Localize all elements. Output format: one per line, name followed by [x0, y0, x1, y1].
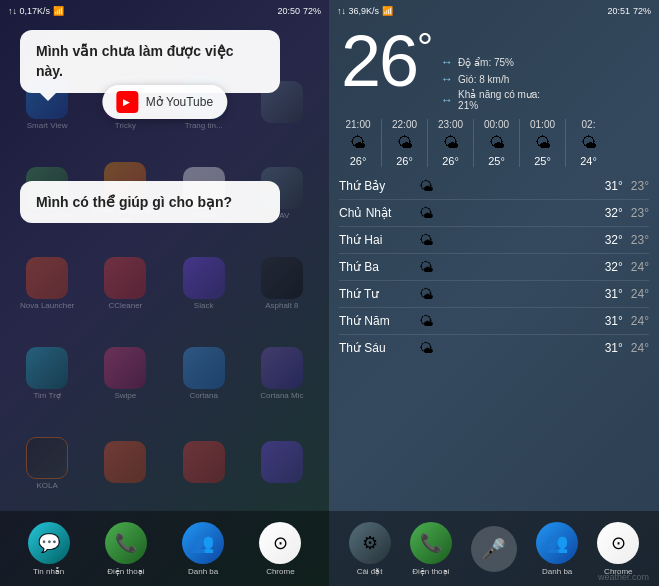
dock-icon[interactable]: 💬 Tin nhắn: [28, 522, 70, 576]
day-name: Thứ Năm: [339, 314, 419, 328]
right-time: 20:51: [607, 6, 630, 16]
dock-icon-label: Danh ba: [188, 567, 218, 576]
right-dock-icon-label: Điện thoại: [412, 567, 449, 576]
right-dock-icon-circle: 👥: [536, 522, 578, 564]
right-dock-icon[interactable]: ⚙ Cài đặt: [349, 522, 391, 576]
dock-icon-circle: 👥: [182, 522, 224, 564]
day-low: 24°: [631, 314, 649, 328]
wifi-icon: 📶: [53, 6, 64, 16]
day-temps: 32° 23°: [605, 206, 649, 220]
speech-bubble-2: Mình có thể giúp gì cho bạn?: [20, 181, 280, 223]
weather-details: ↔ Độ ẩm: 75% ↔ Gió: 8 km/h ↔ Khả năng có…: [441, 25, 540, 111]
right-dock-icon-circle: 📞: [410, 522, 452, 564]
youtube-suggestion[interactable]: Mở YouTube: [102, 85, 227, 119]
right-dock-icon[interactable]: ⊙ Chrome: [597, 522, 639, 576]
status-left-signal: ↑↓ 0,17K/s 📶: [8, 6, 64, 16]
hour-col: 23:00 🌤 26°: [427, 119, 473, 167]
wind-label: Gió: 8 km/h: [458, 74, 509, 85]
dock-icon[interactable]: ⊙ Chrome: [259, 522, 301, 576]
wind-icon: ↔: [441, 72, 453, 86]
hour-col: 00:00 🌤 25°: [473, 119, 519, 167]
day-row: Thứ Sáu 🌤 31° 24°: [339, 335, 649, 361]
signal-text: ↑↓ 0,17K/s: [8, 6, 50, 16]
day-icon: 🌤: [419, 340, 444, 356]
dock-icon-label: Chrome: [266, 567, 294, 576]
day-high: 31°: [605, 179, 623, 193]
right-status-time-battery: 20:51 72%: [607, 6, 651, 16]
right-dock-icon[interactable]: 📞 Điện thoại: [410, 522, 452, 576]
hour-col: 22:00 🌤 26°: [381, 119, 427, 167]
daily-forecast: Thứ Bảy 🌤 31° 23° Chủ Nhật 🌤 32° 23° Thứ…: [329, 167, 659, 568]
day-low: 23°: [631, 233, 649, 247]
bottom-dock-left: 💬 Tin nhắn 📞 Điện thoại 👥 Danh ba ⊙ Chro…: [0, 511, 329, 586]
temperature-value: 26°: [341, 21, 431, 101]
hour-col: 02: 🌤 24°: [565, 119, 611, 167]
hour-label: 02:: [582, 119, 596, 130]
day-name: Thứ Bảy: [339, 179, 419, 193]
right-signal-text: ↑↓ 36,9K/s: [337, 6, 379, 16]
hour-temp: 24°: [580, 155, 597, 167]
mic-icon: 🎤: [471, 526, 517, 572]
day-high: 31°: [605, 341, 623, 355]
day-temps: 31° 24°: [605, 314, 649, 328]
hour-icon: 🌤: [397, 134, 413, 152]
right-dock-icon-label: Chrome: [604, 567, 632, 576]
dock-icon-label: Điện thoại: [107, 567, 144, 576]
hourly-track: 21:00 🌤 26° 22:00 🌤 26° 23:00 🌤 26° 00:0…: [335, 119, 653, 167]
rain-label: Khả năng có mưa:: [458, 89, 540, 100]
hour-temp: 26°: [396, 155, 413, 167]
day-low: 23°: [631, 206, 649, 220]
wind-row: ↔ Gió: 8 km/h: [441, 72, 540, 86]
day-icon: 🌤: [419, 205, 444, 221]
right-dock-icon-circle: ⊙: [597, 522, 639, 564]
bottom-dock-right: ⚙ Cài đặt 📞 Điện thoại 🎤 👥 Danh ba ⊙ Chr…: [329, 511, 659, 586]
day-low: 24°: [631, 260, 649, 274]
day-name: Chủ Nhật: [339, 206, 419, 220]
speech-text-1: Mình vẫn chưa làm được việc này.: [36, 43, 234, 79]
day-row: Thứ Ba 🌤 32° 24°: [339, 254, 649, 281]
day-low: 23°: [631, 179, 649, 193]
temperature-display: 26°: [341, 25, 431, 97]
day-icon: 🌤: [419, 178, 444, 194]
dock-icon[interactable]: 👥 Danh ba: [182, 522, 224, 576]
right-panel: ↑↓ 36,9K/s 📶 20:51 72% 26° ↔ Độ ẩm: 75% …: [329, 0, 659, 586]
dock-icon[interactable]: 📞 Điện thoại: [105, 522, 147, 576]
day-row: Thứ Tư 🌤 31° 24°: [339, 281, 649, 308]
humidity-icon: ↔: [441, 55, 453, 69]
day-row: Thứ Năm 🌤 31° 24°: [339, 308, 649, 335]
day-high: 31°: [605, 287, 623, 301]
day-icon: 🌤: [419, 286, 444, 302]
day-high: 32°: [605, 206, 623, 220]
dock-icon-circle: ⊙: [259, 522, 301, 564]
speech-bubble-1: Mình vẫn chưa làm được việc này.: [20, 30, 280, 93]
day-low: 24°: [631, 341, 649, 355]
youtube-pill[interactable]: Mở YouTube: [102, 85, 227, 119]
dock-icon-circle: 💬: [28, 522, 70, 564]
right-dock-icon[interactable]: 👥 Danh ba: [536, 522, 578, 576]
day-icon: 🌤: [419, 259, 444, 275]
hour-label: 23:00: [438, 119, 463, 130]
day-icon: 🌤: [419, 313, 444, 329]
left-panel: Smart ViewTrickyTrang tin...I Saw Zombie…: [0, 0, 329, 586]
youtube-label: Mở YouTube: [146, 95, 213, 109]
assistant-overlay: Mình vẫn chưa làm được việc này. Mở YouT…: [0, 0, 329, 586]
day-high: 32°: [605, 233, 623, 247]
status-bar-left: ↑↓ 0,17K/s 📶 20:50 72%: [0, 0, 329, 22]
weather-overlay: 26° ↔ Độ ẩm: 75% ↔ Gió: 8 km/h ↔ Khả năn…: [329, 0, 659, 586]
mic-button[interactable]: 🎤: [471, 526, 517, 572]
hour-col: 21:00 🌤 26°: [335, 119, 381, 167]
day-high: 31°: [605, 314, 623, 328]
speech-text-2: Mình có thể giúp gì cho bạn?: [36, 194, 232, 210]
status-left-time-battery: 20:50 72%: [277, 6, 321, 16]
hour-label: 22:00: [392, 119, 417, 130]
day-icon: 🌤: [419, 232, 444, 248]
day-row: Chủ Nhật 🌤 32° 23°: [339, 200, 649, 227]
right-battery-text: 72%: [633, 6, 651, 16]
humidity-label: Độ ẩm: 75%: [458, 57, 514, 68]
rain-row: ↔ Khả năng có mưa: 21%: [441, 89, 540, 111]
hour-col: 01:00 🌤 25°: [519, 119, 565, 167]
day-temps: 31° 24°: [605, 287, 649, 301]
right-dock-icon-circle: ⚙: [349, 522, 391, 564]
hour-temp: 25°: [488, 155, 505, 167]
left-time: 20:50: [277, 6, 300, 16]
